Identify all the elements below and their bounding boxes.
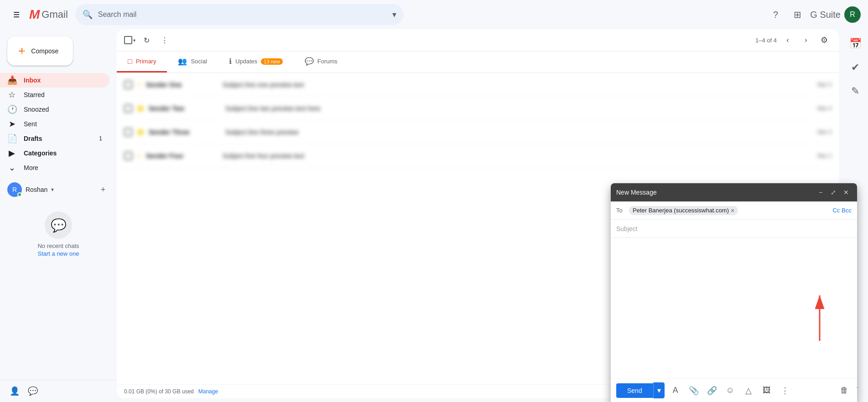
- insert-link-button[interactable]: 🔗: [705, 383, 719, 398]
- sidebar-item-snoozed[interactable]: 🕐 Snoozed: [0, 102, 109, 117]
- compose-body[interactable]: [611, 238, 857, 378]
- sidebar-item-sent[interactable]: ➤ Sent: [0, 117, 109, 131]
- recipient-chip[interactable]: Peter Banerjea (successiswhat.com) ×: [629, 206, 738, 215]
- updates-badge: 13 new: [261, 58, 282, 65]
- chat-icon-button[interactable]: 💬: [26, 384, 40, 398]
- send-button[interactable]: Send: [616, 383, 653, 398]
- photo-button[interactable]: 🖼: [759, 383, 774, 398]
- search-icon: 🔍: [83, 10, 93, 20]
- sidebar-user-section[interactable]: R Roshan ▾ +: [0, 179, 117, 201]
- sidebar-label-snoozed: Snoozed: [24, 106, 102, 113]
- updates-tab-icon: ℹ: [229, 57, 232, 66]
- settings-button[interactable]: ⚙: [817, 33, 832, 47]
- start-new-chat-link[interactable]: Start a new one: [37, 250, 79, 257]
- sidebar-item-more[interactable]: ⌄ More: [0, 160, 109, 175]
- primary-tab-label: Primary: [136, 58, 156, 65]
- contacts-icon-button[interactable]: 👤: [7, 384, 22, 398]
- select-dropdown-arrow[interactable]: ▾: [133, 38, 135, 43]
- tab-updates[interactable]: ℹ Updates 13 new: [218, 52, 294, 72]
- table-row[interactable]: ⭐ Sender Two Subject line two preview te…: [117, 97, 839, 120]
- menu-button[interactable]: ☰: [7, 5, 26, 24]
- more-icon: ⌄: [7, 163, 16, 173]
- remove-recipient-button[interactable]: ×: [731, 207, 734, 214]
- emoji-button[interactable]: ☺: [723, 383, 738, 398]
- search-dropdown-button[interactable]: ▾: [392, 10, 396, 20]
- chevron-right-icon: ›: [805, 36, 807, 44]
- select-all-checkbox[interactable]: [124, 36, 132, 44]
- row-checkbox[interactable]: [124, 104, 132, 113]
- sidebar: + Compose 📥 Inbox ☆ Starred 🕐 Snoozed ➤ …: [0, 29, 117, 402]
- row-checkbox[interactable]: [124, 128, 132, 136]
- delete-compose-button[interactable]: 🗑: [837, 383, 852, 398]
- maximize-button[interactable]: ⤢: [828, 187, 839, 198]
- star-icon[interactable]: ⭐: [136, 128, 145, 136]
- help-button[interactable]: ?: [766, 5, 785, 24]
- send-dropdown-button[interactable]: ▾: [653, 382, 665, 398]
- more-compose-options-button[interactable]: ⋮: [778, 383, 792, 398]
- sidebar-label-more: More: [24, 164, 102, 171]
- sidebar-item-inbox[interactable]: 📥 Inbox: [0, 73, 109, 88]
- table-row[interactable]: ⭐ Sender Three Subject line three previe…: [117, 120, 839, 144]
- drafts-icon: 📄: [7, 134, 16, 144]
- compose-label: Compose: [31, 47, 58, 55]
- tasks-icon-button[interactable]: ✔: [844, 57, 866, 78]
- user-avatar[interactable]: R: [844, 6, 861, 23]
- drive-icon: △: [745, 386, 752, 396]
- sidebar-label-starred: Starred: [24, 91, 102, 98]
- cc-button[interactable]: Cc: [832, 207, 840, 214]
- star-icon[interactable]: ☆: [136, 80, 142, 89]
- sidebar-item-categories[interactable]: ▶ Categories: [0, 146, 109, 160]
- compose-header[interactable]: New Message − ⤢ ✕: [611, 183, 857, 201]
- to-input[interactable]: [738, 205, 832, 216]
- search-input[interactable]: Search mail: [98, 10, 387, 19]
- snoozed-icon: 🕐: [7, 104, 16, 114]
- next-page-button[interactable]: ›: [799, 33, 813, 47]
- apps-button[interactable]: ⊞: [788, 5, 806, 24]
- search-bar[interactable]: 🔍 Search mail ▾: [75, 4, 404, 25]
- subject-input[interactable]: Subject: [616, 225, 852, 232]
- add-user-button[interactable]: +: [97, 183, 109, 196]
- row-checkbox[interactable]: [124, 81, 132, 89]
- more-options-icon: ⋮: [161, 36, 168, 45]
- social-tab-label: Social: [191, 58, 207, 65]
- manage-link[interactable]: Manage: [198, 388, 218, 395]
- table-row[interactable]: ☆ Sender Four Subject line four preview …: [117, 144, 839, 168]
- email-toolbar: ▾ ↻ ⋮ 1–4 of 4 ‹ › ⚙: [117, 29, 839, 52]
- row-checkbox[interactable]: [124, 152, 132, 160]
- star-icon[interactable]: ⭐: [136, 104, 145, 113]
- attach-file-button[interactable]: 📎: [686, 383, 701, 398]
- tab-social[interactable]: 👥 Social: [167, 52, 218, 72]
- close-icon: ✕: [843, 189, 849, 196]
- drafts-badge: 1: [99, 135, 102, 142]
- email-sender: Sender Two: [149, 105, 222, 112]
- tab-forums[interactable]: 💬 Forums: [294, 52, 348, 72]
- prev-page-button[interactable]: ‹: [780, 33, 795, 47]
- compose-button[interactable]: + Compose: [7, 36, 73, 66]
- link-icon: 🔗: [707, 386, 717, 396]
- storage-usage: 0.01 GB (0%) of 30 GB used: [124, 388, 194, 395]
- compose-window: New Message − ⤢ ✕ To Peter Banerjea (suc…: [611, 183, 857, 402]
- refresh-button[interactable]: ↻: [139, 33, 154, 47]
- drive-button[interactable]: △: [741, 383, 756, 398]
- sidebar-item-drafts[interactable]: 📄 Drafts 1: [0, 131, 109, 146]
- more-options-button[interactable]: ⋮: [157, 33, 172, 47]
- no-chats-text: No recent chats: [37, 242, 79, 249]
- gmail-logo: M Gmail: [29, 7, 68, 22]
- tab-primary[interactable]: □ Primary: [117, 52, 167, 72]
- email-subject: Subject line two preview text here: [225, 105, 814, 112]
- sidebar-item-starred[interactable]: ☆ Starred: [0, 88, 109, 102]
- sidebar-user-avatar: R: [7, 182, 22, 197]
- format-text-button[interactable]: A: [668, 383, 683, 398]
- select-all-area[interactable]: ▾: [124, 36, 135, 44]
- close-compose-button[interactable]: ✕: [841, 187, 852, 198]
- bcc-button[interactable]: Bcc: [842, 207, 852, 214]
- more-compose-icon: ⋮: [781, 386, 789, 396]
- calendar-icon-button[interactable]: 📅: [844, 33, 866, 55]
- contacts-right-icon-button[interactable]: ✎: [844, 80, 866, 102]
- star-icon[interactable]: ☆: [136, 151, 142, 160]
- table-row[interactable]: ☆ Sender One Subject line one preview te…: [117, 73, 839, 97]
- chevron-left-icon: ‹: [786, 36, 789, 44]
- email-sender: Sender Three: [149, 129, 222, 136]
- minimize-button[interactable]: −: [815, 187, 826, 198]
- help-icon: ?: [773, 10, 778, 20]
